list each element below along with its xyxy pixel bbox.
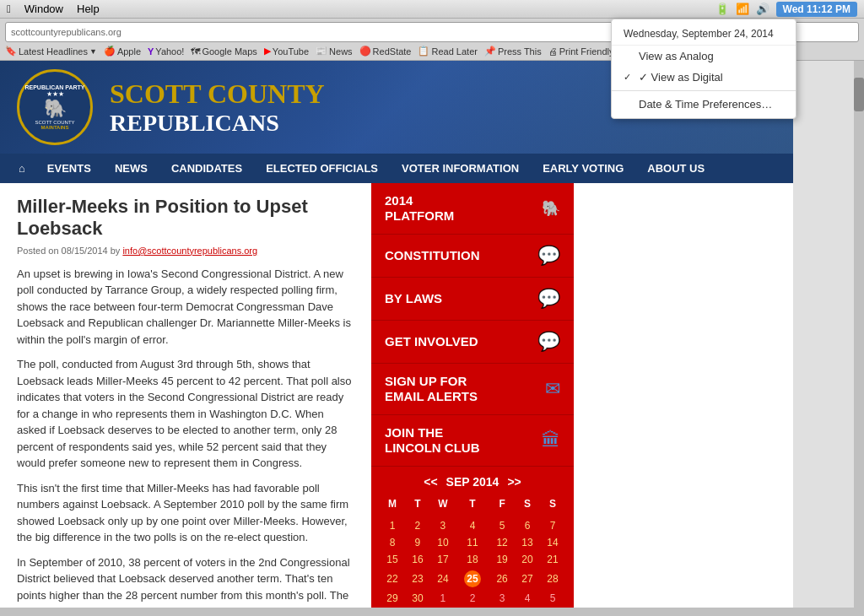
bookmark-yahoo[interactable]: Y Yahoo! [148, 46, 184, 57]
cal-cell[interactable]: 13 [515, 534, 540, 551]
cal-week-1: 1 2 3 4 5 6 7 [380, 517, 565, 534]
cal-cell[interactable]: 2 [456, 590, 489, 607]
help-menu[interactable]: Help [77, 3, 100, 15]
wifi-icon: 📶 [736, 3, 749, 15]
sidebar-lincoln[interactable]: JOIN THELINCOLN CLUB 🏛 [371, 415, 574, 467]
calendar: << SEP 2014 >> M T W T F [371, 467, 574, 608]
cal-week-4: 22 23 24 25 26 27 28 [380, 568, 565, 590]
cal-week-2: 8 9 10 11 12 13 14 [380, 534, 565, 551]
cal-cell[interactable]: 4 [515, 590, 540, 607]
bookmark-apple[interactable]: 🍎 Apple [104, 46, 141, 57]
bookmark-redstate[interactable]: 🔴 RedState [359, 46, 412, 57]
cal-day-t: T [405, 495, 430, 512]
cal-cell[interactable]: 4 [456, 517, 489, 534]
cal-cell[interactable]: 8 [380, 534, 405, 551]
cal-day-w: W [430, 495, 456, 512]
sidebar-getinvolved-label: GET INVOLVED [385, 334, 478, 349]
nav-early[interactable]: EARLY VOTING [531, 154, 635, 183]
sidebar-platform-label: 2014PLATFORM [385, 193, 454, 224]
apple-menu[interactable]:  [7, 3, 11, 15]
cal-cell[interactable]: 16 [405, 551, 430, 568]
sidebar-constitution[interactable]: CONSTITUTION 💬 [371, 235, 574, 278]
bookmark-pressthis[interactable]: 📌 Press This [484, 46, 542, 57]
cal-cell[interactable]: 24 [430, 568, 456, 590]
address-bar[interactable]: scottcountyrepublicans.org [5, 22, 704, 42]
datetime-prefs-item[interactable]: Date & Time Preferences… [612, 94, 796, 115]
window-menu[interactable]: Window [24, 3, 63, 15]
cal-day-t2: T [456, 495, 489, 512]
bookmark-latest[interactable]: 🔖 Latest Headlines ▼ [5, 46, 97, 57]
cal-cell[interactable]: 28 [540, 568, 565, 590]
cal-cell[interactable]: 6 [515, 517, 540, 534]
cal-cell[interactable]: 1 [380, 517, 405, 534]
cal-cell[interactable]: 12 [489, 534, 515, 551]
nav-candidates[interactable]: CANDIDATES [159, 154, 254, 183]
bookmark-googlemaps[interactable]: 🗺 Google Maps [191, 46, 256, 57]
menu-bar-left:  Window Help [7, 3, 100, 15]
bookmark-readlater[interactable]: 📋 Read Later [418, 46, 477, 57]
cal-cell[interactable]: 14 [540, 534, 565, 551]
cal-cell[interactable]: 23 [405, 568, 430, 590]
cal-cell[interactable]: 11 [456, 534, 489, 551]
cal-cell[interactable]: 3 [489, 590, 515, 607]
cal-cell[interactable]: 5 [489, 517, 515, 534]
sidebar-getinvolved[interactable]: GET INVOLVED 💬 [371, 321, 574, 364]
cal-cell[interactable]: 26 [489, 568, 515, 590]
nav-voter[interactable]: VOTER INFORMATION [390, 154, 531, 183]
nav-news[interactable]: NEWS [103, 154, 159, 183]
cal-cell[interactable]: 9 [405, 534, 430, 551]
calendar-grid: M T W T F S S [380, 495, 565, 607]
nav-events[interactable]: EVENTS [35, 154, 103, 183]
scrollbar-area [793, 61, 864, 608]
getinvolved-icon: 💬 [537, 331, 560, 353]
battery-icon: 🔋 [716, 3, 729, 15]
article-para-3: This isn't the first time that Miller-Me… [17, 480, 354, 546]
sidebar-platform[interactable]: 2014PLATFORM 🐘 [371, 183, 574, 235]
cal-cell-today[interactable]: 25 [456, 568, 489, 590]
cal-cell[interactable]: 30 [405, 590, 430, 607]
elephant-logo: 🐘 [44, 98, 67, 120]
cal-cell[interactable]: 19 [489, 551, 515, 568]
sidebar-email[interactable]: SIGN UP FOREMAIL ALERTS ✉ [371, 364, 574, 415]
cal-cell[interactable]: 21 [540, 551, 565, 568]
cal-cell[interactable]: 27 [515, 568, 540, 590]
view-analog-item[interactable]: View as Analog [612, 46, 796, 67]
cal-prev[interactable]: << [424, 475, 437, 489]
sidebar: 2014PLATFORM 🐘 CONSTITUTION 💬 BY LAWS 💬 … [371, 183, 574, 608]
nav-home[interactable]: ⌂ [8, 154, 35, 183]
site-logo[interactable]: REPUBLICAN PARTY ★★★ 🐘 SCOTT COUNTY MAIN… [17, 69, 93, 145]
cal-cell[interactable]: 15 [380, 551, 405, 568]
scrollbar-thumb[interactable] [854, 78, 864, 111]
nav-about[interactable]: ABOUT US [635, 154, 716, 183]
vertical-scrollbar[interactable] [854, 61, 864, 608]
clock-display[interactable]: Wed 11:12 PM [776, 2, 857, 17]
author-link[interactable]: info@scottcountyrepublicans.org [122, 246, 257, 256]
cal-cell[interactable]: 3 [430, 517, 456, 534]
constitution-icon: 💬 [537, 245, 560, 267]
cal-cell[interactable]: 29 [380, 590, 405, 607]
cal-week-3: 15 16 17 18 19 20 21 [380, 551, 565, 568]
cal-cell[interactable]: 18 [456, 551, 489, 568]
site-title-main: SCOTT COUNTY [110, 78, 325, 110]
cal-cell[interactable]: 5 [540, 590, 565, 607]
digital-check: ✓ [624, 72, 634, 83]
website: REPUBLICAN PARTY ★★★ 🐘 SCOTT COUNTY MAIN… [0, 61, 793, 608]
cal-cell[interactable]: 7 [540, 517, 565, 534]
sidebar-bylaws[interactable]: BY LAWS 💬 [371, 278, 574, 321]
cal-cell[interactable]: 17 [430, 551, 456, 568]
view-digital-item[interactable]: ✓ ✓ View as Digital [612, 67, 796, 88]
cal-cell[interactable]: 10 [430, 534, 456, 551]
cal-cell[interactable]: 22 [380, 568, 405, 590]
cal-cell[interactable]: 1 [430, 590, 456, 607]
cal-cell[interactable]: 20 [515, 551, 540, 568]
bylaws-icon: 💬 [537, 288, 560, 310]
bookmark-youtube[interactable]: ▶ YouTube [264, 46, 309, 57]
cal-cell[interactable]: 2 [405, 517, 430, 534]
article-body: An upset is brewing in Iowa's Second Con… [17, 266, 354, 608]
bookmark-printfriendly[interactable]: 🖨 Print Friendly [548, 46, 614, 57]
bookmark-news[interactable]: 📰 News [316, 46, 353, 57]
nav-elected[interactable]: ELECTED OFFICIALS [254, 154, 390, 183]
cal-month: SEP 2014 [446, 475, 500, 489]
logo-maintains: MAINTAINS [41, 125, 69, 130]
cal-next[interactable]: >> [507, 475, 521, 489]
